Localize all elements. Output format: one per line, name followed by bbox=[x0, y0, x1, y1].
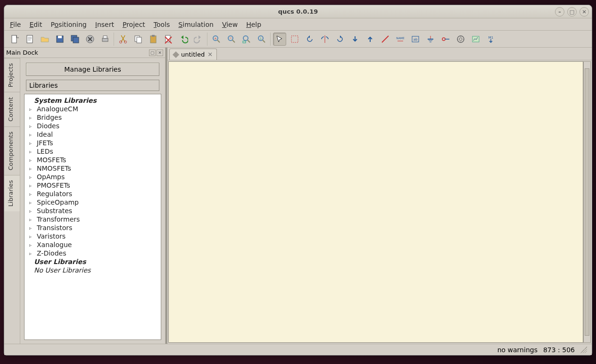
rotate-left-icon[interactable] bbox=[303, 33, 316, 46]
main-dock: Main Dock ▢ ✕ Projects Content Component… bbox=[4, 48, 166, 344]
menu-positioning[interactable]: Positioning bbox=[51, 21, 87, 28]
tab-content[interactable]: Content bbox=[4, 92, 20, 126]
cut-icon[interactable] bbox=[116, 33, 130, 46]
svg-point-42 bbox=[442, 38, 445, 41]
library-item[interactable]: ▹SpiceOpamp bbox=[25, 198, 161, 207]
svg-text:NAME: NAME bbox=[396, 36, 405, 40]
library-item[interactable]: ▹Bridges bbox=[25, 113, 161, 122]
document-tab[interactable]: untitled ✕ bbox=[169, 49, 217, 60]
menu-view[interactable]: View bbox=[222, 21, 238, 28]
svg-text:1: 1 bbox=[260, 37, 262, 40]
move-down-icon[interactable] bbox=[348, 33, 362, 46]
menu-tools[interactable]: Tools bbox=[154, 21, 170, 28]
library-item[interactable]: ▹Transistors bbox=[25, 223, 161, 232]
library-item[interactable]: ▹MOSFETs bbox=[25, 156, 161, 164]
minimize-button[interactable]: – bbox=[555, 7, 564, 17]
library-item[interactable]: ▹OpAmps bbox=[25, 173, 161, 181]
text-block-icon[interactable]: ab bbox=[409, 33, 422, 46]
library-item[interactable]: ▹JFETs bbox=[25, 139, 161, 147]
ground-icon[interactable] bbox=[424, 33, 437, 46]
menu-file[interactable]: File bbox=[10, 21, 21, 28]
library-item[interactable]: ▹Diodes bbox=[25, 122, 161, 130]
svg-text:+: + bbox=[214, 37, 217, 41]
vertical-scrollbar[interactable] bbox=[583, 61, 591, 343]
zoom-fit-icon[interactable] bbox=[240, 33, 253, 46]
zoom-in-icon[interactable]: + bbox=[210, 33, 223, 46]
toolbar: +−1NAMEabM1 bbox=[4, 31, 592, 48]
menu-edit[interactable]: Edit bbox=[29, 21, 42, 28]
copy-icon[interactable] bbox=[132, 33, 145, 46]
schematic-canvas[interactable] bbox=[168, 61, 583, 343]
diagram-icon[interactable] bbox=[469, 33, 482, 46]
menu-simulation[interactable]: Simulation bbox=[178, 21, 214, 28]
tab-components[interactable]: Components bbox=[4, 126, 20, 175]
new-text-icon[interactable] bbox=[23, 33, 36, 46]
manage-libraries-button[interactable]: Manage Libraries bbox=[26, 63, 159, 76]
mirror-icon[interactable] bbox=[318, 33, 331, 46]
marker-icon[interactable]: M1 bbox=[484, 33, 497, 46]
libraries-tree[interactable]: System Libraries ▹AnalogueCM▹Bridges▹Dio… bbox=[24, 94, 161, 340]
undo-icon[interactable] bbox=[177, 33, 190, 46]
user-libraries-header: User Libraries bbox=[25, 257, 161, 266]
wire-label-icon[interactable]: NAME bbox=[394, 33, 407, 46]
select-icon[interactable] bbox=[273, 33, 286, 46]
move-up-icon[interactable] bbox=[364, 33, 377, 46]
resize-grip-icon[interactable] bbox=[580, 347, 587, 353]
expand-icon: ▹ bbox=[29, 208, 34, 214]
svg-rect-1 bbox=[27, 35, 33, 43]
library-item[interactable]: ▹NMOSFETs bbox=[25, 164, 161, 173]
library-item[interactable]: ▹AnalogueCM bbox=[25, 105, 161, 113]
expand-icon: ▹ bbox=[29, 234, 34, 239]
library-item[interactable]: ▹Regulators bbox=[25, 190, 161, 198]
open-icon[interactable] bbox=[38, 33, 51, 46]
redo-icon[interactable] bbox=[192, 33, 205, 46]
expand-icon: ▹ bbox=[29, 191, 34, 197]
system-libraries-header: System Libraries bbox=[25, 96, 161, 105]
library-item[interactable]: ▹Varistors bbox=[25, 232, 161, 240]
tab-libraries[interactable]: Libraries bbox=[4, 175, 20, 211]
svg-point-45 bbox=[459, 38, 462, 41]
zoom-out-icon[interactable]: − bbox=[225, 33, 238, 46]
svg-rect-0 bbox=[12, 35, 17, 43]
close-icon[interactable] bbox=[83, 33, 97, 46]
expand-icon: ▹ bbox=[29, 157, 34, 163]
document-tabbar: untitled ✕ bbox=[167, 48, 592, 60]
menu-project[interactable]: Project bbox=[123, 21, 145, 28]
menu-insert[interactable]: Insert bbox=[95, 21, 114, 28]
close-window-button[interactable]: ✕ bbox=[579, 7, 589, 17]
rotate-ccw-icon[interactable] bbox=[333, 33, 347, 46]
simulate-icon[interactable] bbox=[454, 33, 467, 46]
svg-rect-11 bbox=[103, 36, 107, 38]
print-icon[interactable] bbox=[99, 33, 112, 46]
svg-line-26 bbox=[248, 40, 250, 42]
expand-icon: ▹ bbox=[29, 183, 34, 188]
wire-icon[interactable] bbox=[379, 33, 392, 46]
library-item[interactable]: ▹Ideal bbox=[25, 130, 161, 139]
library-item[interactable]: ▹Transformers bbox=[25, 215, 161, 223]
zoom-1-icon[interactable]: 1 bbox=[255, 33, 268, 46]
library-item[interactable]: ▹PMOSFETs bbox=[25, 181, 161, 190]
port-icon[interactable] bbox=[439, 33, 452, 46]
library-item[interactable]: ▹Xanalogue bbox=[25, 240, 161, 249]
svg-rect-6 bbox=[58, 36, 62, 38]
tab-projects[interactable]: Projects bbox=[4, 58, 20, 92]
library-item[interactable]: ▹LEDs bbox=[25, 147, 161, 156]
expand-icon: ▹ bbox=[29, 166, 34, 171]
dock-close-button[interactable]: ✕ bbox=[157, 50, 163, 56]
select-area-icon[interactable] bbox=[288, 33, 301, 46]
dock-float-button[interactable]: ▢ bbox=[149, 50, 156, 56]
maximize-button[interactable]: □ bbox=[567, 7, 577, 17]
window-title: qucs 0.0.19 bbox=[278, 8, 318, 15]
library-item[interactable]: ▹Z-Diodes bbox=[25, 249, 161, 257]
delete-icon[interactable] bbox=[162, 33, 175, 46]
new-file-icon[interactable] bbox=[8, 33, 21, 46]
menu-help[interactable]: Help bbox=[246, 21, 261, 28]
document-tab-close-icon[interactable]: ✕ bbox=[207, 51, 213, 58]
save-icon[interactable] bbox=[53, 33, 66, 46]
save-all-icon[interactable] bbox=[68, 33, 82, 46]
library-item[interactable]: ▹Substrates bbox=[25, 207, 161, 215]
dock-title: Main Dock bbox=[6, 49, 38, 56]
paste-icon[interactable] bbox=[147, 33, 160, 46]
expand-icon: ▹ bbox=[29, 124, 34, 129]
editor-area: untitled ✕ bbox=[166, 48, 592, 344]
